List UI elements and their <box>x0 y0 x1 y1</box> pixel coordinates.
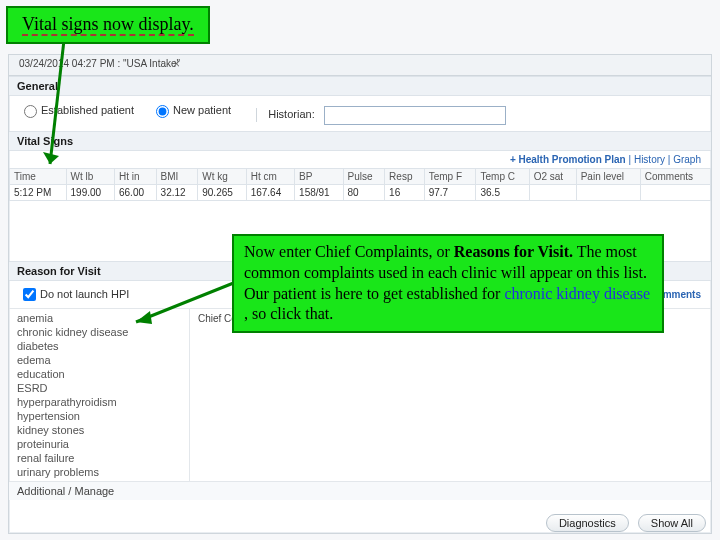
callout-complaints-bold: Reasons for Visit. <box>454 243 573 260</box>
rfv-body: anemiachronic kidney diseasediabetesedem… <box>9 309 711 481</box>
vitals-col-header: Pain level <box>576 168 640 184</box>
vitals-col-header: BP <box>295 168 343 184</box>
vitals-cell: 5:12 PM <box>10 184 67 200</box>
historian-label: Historian: <box>268 108 314 120</box>
vitals-table: TimeWt lbHt inBMIWt kgHt cmBPPulseRespTe… <box>9 168 711 201</box>
list-item[interactable]: chronic kidney disease <box>9 325 189 339</box>
close-icon[interactable]: × <box>173 57 180 71</box>
additional-manage[interactable]: Additional / Manage <box>9 481 711 500</box>
vitals-col-header: Time <box>10 168 67 184</box>
callout-complaints-pre: Now enter Chief Complaints, or <box>244 243 454 260</box>
radio-established-input[interactable] <box>24 105 37 118</box>
vitals-cell: 158/91 <box>295 184 343 200</box>
list-item[interactable]: renal failure <box>9 451 189 465</box>
callout-complaints-post: , so click that. <box>244 305 333 322</box>
vitals-cell: 80 <box>343 184 385 200</box>
vitals-col-header: Pulse <box>343 168 385 184</box>
rfv-main: Chief Complaint <box>190 309 711 481</box>
radio-established-label: Established patient <box>41 104 134 116</box>
divider <box>256 108 257 122</box>
history-link[interactable]: History <box>634 154 665 165</box>
list-item[interactable]: urinary problems <box>9 465 189 479</box>
vitals-cell: 90.265 <box>198 184 246 200</box>
radio-new[interactable]: New patient <box>151 102 231 118</box>
footer-buttons: Diagnostics Show All <box>540 514 706 532</box>
callout-vitals-text: Vital signs now display. <box>22 14 194 36</box>
hpi-checkbox-label: Do not launch HPI <box>40 288 129 300</box>
hpi-checkbox[interactable]: Do not launch HPI <box>19 285 129 304</box>
list-item[interactable]: hypertension <box>9 409 189 423</box>
callout-complaints: Now enter Chief Complaints, or Reasons f… <box>232 234 664 333</box>
vitals-cell: 167.64 <box>246 184 294 200</box>
visit-tab-label[interactable]: 03/24/2014 04:27 PM : "USA Intake" <box>19 58 180 69</box>
hpi-checkbox-input[interactable] <box>23 288 36 301</box>
vitals-col-header: Temp C <box>476 168 529 184</box>
radio-established[interactable]: Established patient <box>19 102 134 118</box>
vitals-col-header: Wt lb <box>66 168 114 184</box>
vitals-cell: 66.00 <box>114 184 156 200</box>
vitals-col-header: Wt kg <box>198 168 246 184</box>
callout-vitals-display: Vital signs now display. <box>6 6 210 44</box>
list-item[interactable]: edema <box>9 353 189 367</box>
vitals-cell: 97.7 <box>424 184 476 200</box>
list-item[interactable]: anemia <box>9 311 189 325</box>
vitals-col-header: O2 sat <box>529 168 576 184</box>
list-item[interactable]: education <box>9 367 189 381</box>
section-vitals-header: Vital Signs <box>9 131 711 151</box>
list-item[interactable]: diabetes <box>9 339 189 353</box>
list-item[interactable]: kidney stones <box>9 423 189 437</box>
table-row[interactable]: 5:12 PM199.0066.0032.1290.265167.64158/9… <box>10 184 711 200</box>
tab-bar: 03/24/2014 04:27 PM : "USA Intake" × <box>9 55 711 76</box>
radio-new-input[interactable] <box>156 105 169 118</box>
vitals-col-header: BMI <box>156 168 198 184</box>
complaints-list: anemiachronic kidney diseasediabetesedem… <box>9 309 190 481</box>
vitals-col-header: Temp F <box>424 168 476 184</box>
vitals-col-header: Comments <box>640 168 710 184</box>
patient-type-row: Established patient New patient Historia… <box>9 96 711 131</box>
vitals-col-header: Ht cm <box>246 168 294 184</box>
vitals-cell <box>529 184 576 200</box>
historian-input[interactable] <box>324 106 506 125</box>
list-item[interactable]: ESRD <box>9 381 189 395</box>
callout-complaints-link: chronic kidney disease <box>504 285 650 302</box>
list-item[interactable]: hyperparathyroidism <box>9 395 189 409</box>
diagnostics-button[interactable]: Diagnostics <box>546 514 629 532</box>
vitals-links: + Health Promotion Plan | History | Grap… <box>9 151 711 168</box>
list-item[interactable]: proteinuria <box>9 437 189 451</box>
vitals-cell <box>640 184 710 200</box>
vitals-cell: 32.12 <box>156 184 198 200</box>
vitals-col-header: Resp <box>385 168 425 184</box>
vitals-col-header: Ht in <box>114 168 156 184</box>
section-general-header: General <box>9 76 711 96</box>
vitals-cell: 199.00 <box>66 184 114 200</box>
vitals-cell <box>576 184 640 200</box>
health-plan-link[interactable]: + Health Promotion Plan <box>510 154 626 165</box>
graph-link[interactable]: Graph <box>673 154 701 165</box>
vitals-cell: 36.5 <box>476 184 529 200</box>
showall-button[interactable]: Show All <box>638 514 706 532</box>
vitals-cell: 16 <box>385 184 425 200</box>
radio-new-label: New patient <box>173 104 231 116</box>
